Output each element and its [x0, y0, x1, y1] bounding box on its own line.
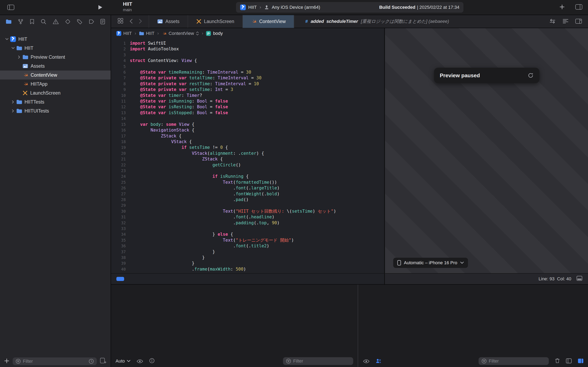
- disclosure-closed-icon[interactable]: [10, 100, 16, 104]
- breadcrumb-item-hiit[interactable]: HIIT: [116, 31, 132, 36]
- code-line[interactable]: 28 .pad(): [111, 197, 384, 202]
- console-filter-field[interactable]: [479, 357, 549, 365]
- line-number[interactable]: 14: [111, 116, 126, 121]
- code-line[interactable]: 29: [111, 202, 384, 208]
- minimap-button[interactable]: [563, 18, 568, 25]
- code-line[interactable]: 1import SwiftUI: [111, 40, 384, 46]
- clear-console-button[interactable]: [555, 358, 560, 365]
- variables-filter-field[interactable]: [283, 357, 353, 365]
- line-number[interactable]: 34: [111, 231, 126, 237]
- line-number[interactable]: 1: [111, 40, 126, 46]
- line-number[interactable]: 9: [111, 87, 126, 92]
- code-line[interactable]: 33: [111, 226, 384, 231]
- line-number[interactable]: 17: [111, 133, 126, 139]
- add-file-button[interactable]: [4, 358, 9, 365]
- code-line[interactable]: 35 Text("トレーニングモード 開始"): [111, 237, 384, 243]
- breadcrumb-item-hiit[interactable]: HIIT: [139, 31, 155, 36]
- line-number[interactable]: 5: [111, 64, 126, 69]
- console-people-button[interactable]: [376, 358, 382, 365]
- sidebar-item-hiit[interactable]: HIIT: [0, 35, 111, 44]
- line-number[interactable]: 31: [111, 214, 126, 220]
- code-line[interactable]: 22 getCircle(): [111, 162, 384, 168]
- info-button[interactable]: [149, 358, 155, 365]
- line-number[interactable]: 26: [111, 185, 126, 191]
- updown-icon[interactable]: [196, 31, 199, 35]
- console-filter-input[interactable]: [489, 359, 546, 364]
- forward-button[interactable]: [139, 18, 142, 25]
- sidebar-item-launchscreen[interactable]: LaunchScreen: [0, 89, 111, 98]
- line-number[interactable]: 40: [111, 266, 126, 272]
- line-number[interactable]: 21: [111, 156, 126, 162]
- line-number[interactable]: 15: [111, 122, 126, 127]
- code-line[interactable]: 15 var body: some View {: [111, 122, 384, 127]
- tab-launchscreen[interactable]: LaunchScreen: [188, 15, 243, 28]
- line-number[interactable]: 4: [111, 58, 126, 63]
- code-line[interactable]: 14: [111, 116, 384, 121]
- report-icon[interactable]: [100, 19, 105, 24]
- code-area[interactable]: 1import SwiftUI2import AudioToolbox34str…: [111, 39, 384, 273]
- code-line[interactable]: 36 .font(.title2): [111, 243, 384, 249]
- tests-icon[interactable]: [65, 19, 70, 24]
- code-line[interactable]: 5: [111, 64, 384, 69]
- line-number[interactable]: 22: [111, 162, 126, 168]
- code-line[interactable]: 16 NavigationStack {: [111, 127, 384, 133]
- code-line[interactable]: 38 }: [111, 255, 384, 260]
- code-line[interactable]: 11 @State var isRunning: Bool = false: [111, 98, 384, 104]
- split-editor-button[interactable]: [575, 18, 582, 25]
- code-line[interactable]: 40 .frame(maxWidth: 500): [111, 266, 384, 272]
- line-number[interactable]: 3: [111, 52, 126, 58]
- breakpoint-badge[interactable]: [116, 277, 124, 281]
- code-line[interactable]: 13 @State var isStopped: Bool = false: [111, 110, 384, 116]
- line-number[interactable]: 35: [111, 237, 126, 243]
- code-line[interactable]: 9 @State private var setsTime: Int = 3: [111, 87, 384, 92]
- code-line[interactable]: 2import AudioToolbox: [111, 46, 384, 52]
- inspector-toggle-button[interactable]: [575, 4, 582, 11]
- line-number[interactable]: 32: [111, 220, 126, 226]
- line-number[interactable]: 27: [111, 191, 126, 197]
- variables-scope-dropdown[interactable]: Auto: [116, 359, 130, 364]
- code-line[interactable]: 23: [111, 168, 384, 174]
- tab-overview-button[interactable]: [118, 18, 123, 25]
- breadcrumb-item-body[interactable]: Pbody: [206, 31, 223, 36]
- line-number[interactable]: 16: [111, 127, 126, 133]
- line-number[interactable]: 18: [111, 139, 126, 145]
- code-line[interactable]: 8 @State private var restTime: TimeInter…: [111, 81, 384, 87]
- disclosure-closed-icon[interactable]: [16, 55, 22, 59]
- sidebar-item-hiitapp[interactable]: HIITApp: [0, 80, 111, 89]
- line-number[interactable]: 37: [111, 249, 126, 255]
- clock-icon[interactable]: [89, 359, 94, 364]
- disclosure-open-icon[interactable]: [10, 47, 16, 49]
- code-line[interactable]: 37 }: [111, 249, 384, 255]
- line-number[interactable]: 38: [111, 255, 126, 260]
- line-number[interactable]: 25: [111, 179, 126, 185]
- console-quicklook-button[interactable]: [363, 358, 370, 365]
- source-control-icon[interactable]: [18, 19, 24, 25]
- tag-icon[interactable]: [77, 19, 82, 24]
- code-line[interactable]: 10 @State var timer: Timer?: [111, 92, 384, 98]
- code-line[interactable]: 20 VStack(alignment: .center) {: [111, 150, 384, 156]
- code-line[interactable]: 34 } else {: [111, 231, 384, 237]
- add-button[interactable]: [559, 4, 565, 11]
- sidebar-filter-input[interactable]: [23, 359, 86, 364]
- code-line[interactable]: 12 @State var isResting: Bool = false: [111, 104, 384, 110]
- code-line[interactable]: 7 @State private var totalTime: TimeInte…: [111, 75, 384, 81]
- line-number[interactable]: 13: [111, 110, 126, 116]
- tab-contentview[interactable]: ContentView: [243, 15, 294, 28]
- insert-snippet-button[interactable]: [100, 358, 107, 365]
- code-line[interactable]: 39 }: [111, 260, 384, 266]
- sidebar-item-hiit[interactable]: HIIT: [0, 44, 111, 53]
- search-icon[interactable]: [41, 19, 46, 25]
- sidebar-filter-field[interactable]: [13, 358, 97, 365]
- disclosure-closed-icon[interactable]: [10, 109, 16, 113]
- activity-view[interactable]: HIIT › Any iOS Device (arm64) Build Succ…: [236, 2, 463, 13]
- line-number[interactable]: 20: [111, 150, 126, 156]
- swap-editor-button[interactable]: [549, 18, 556, 25]
- code-line[interactable]: 18 VStack {: [111, 139, 384, 145]
- bottom-panel-button[interactable]: [577, 276, 582, 282]
- sidebar-toggle-button[interactable]: [7, 0, 14, 15]
- run-button[interactable]: [98, 0, 103, 15]
- code-line[interactable]: 17 ZStack {: [111, 133, 384, 139]
- code-line[interactable]: 21 ZStack {: [111, 156, 384, 162]
- code-line[interactable]: 6 @State var timeRemaining: TimeInterval…: [111, 69, 384, 75]
- bookmark-icon[interactable]: [30, 19, 34, 25]
